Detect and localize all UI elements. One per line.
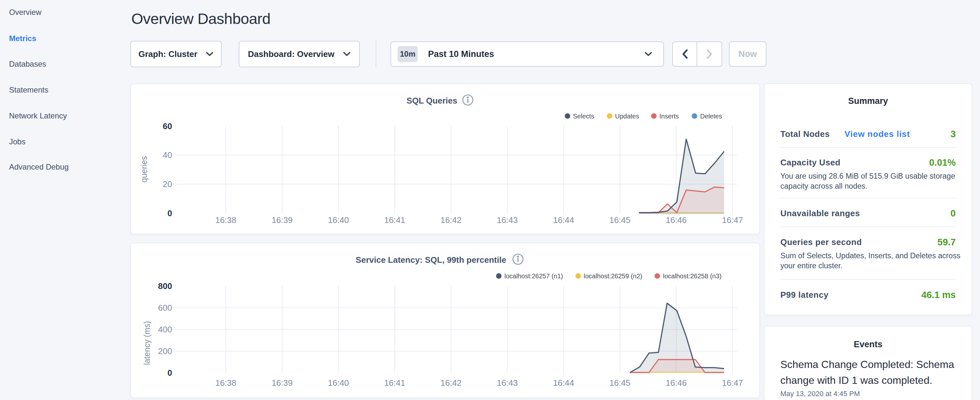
svg-text:Inserts: Inserts [659,113,679,120]
svg-text:600: 600 [158,303,172,312]
svg-text:16:40: 16:40 [328,378,349,388]
svg-text:16:39: 16:39 [272,215,293,225]
svg-text:16:44: 16:44 [553,378,574,388]
svg-text:200: 200 [158,346,172,356]
svg-text:800: 800 [158,281,172,291]
svg-text:0: 0 [168,209,172,218]
svg-text:Selects: Selects [573,113,594,120]
svg-text:16:42: 16:42 [440,215,461,225]
svg-text:16:38: 16:38 [215,378,236,388]
svg-text:16:46: 16:46 [665,378,687,388]
svg-text:16:43: 16:43 [496,215,518,225]
svg-text:16:47: 16:47 [722,215,743,225]
svg-text:Updates: Updates [615,113,639,120]
svg-text:Service Latency: SQL, 99th per: Service Latency: SQL, 99th percentile [356,255,506,265]
svg-text:localhost:26259 (n2): localhost:26259 (n2) [584,273,642,280]
svg-text:16:43: 16:43 [496,378,518,388]
svg-text:latency (ms): latency (ms) [142,321,151,365]
svg-text:localhost:26257 (n1): localhost:26257 (n1) [504,273,563,280]
svg-text:400: 400 [158,325,172,334]
svg-text:60: 60 [163,121,172,131]
svg-text:queries: queries [140,156,148,183]
svg-text:20: 20 [163,179,172,189]
svg-text:16:42: 16:42 [440,378,461,388]
svg-text:16:41: 16:41 [384,378,405,388]
svg-text:0: 0 [168,368,172,378]
svg-text:16:45: 16:45 [609,215,630,225]
svg-text:16:38: 16:38 [215,215,236,225]
svg-text:SQL Queries: SQL Queries [406,96,457,105]
svg-text:16:46: 16:46 [665,215,687,225]
svg-text:40: 40 [163,150,172,160]
svg-text:Deletes: Deletes [700,113,722,120]
svg-text:localhost:26258 (n3): localhost:26258 (n3) [663,273,721,280]
svg-text:16:45: 16:45 [609,378,630,388]
svg-text:16:47: 16:47 [722,378,743,388]
svg-text:16:41: 16:41 [384,215,405,225]
svg-text:16:44: 16:44 [553,215,574,225]
svg-text:16:40: 16:40 [328,215,349,225]
svg-text:16:39: 16:39 [272,378,293,388]
